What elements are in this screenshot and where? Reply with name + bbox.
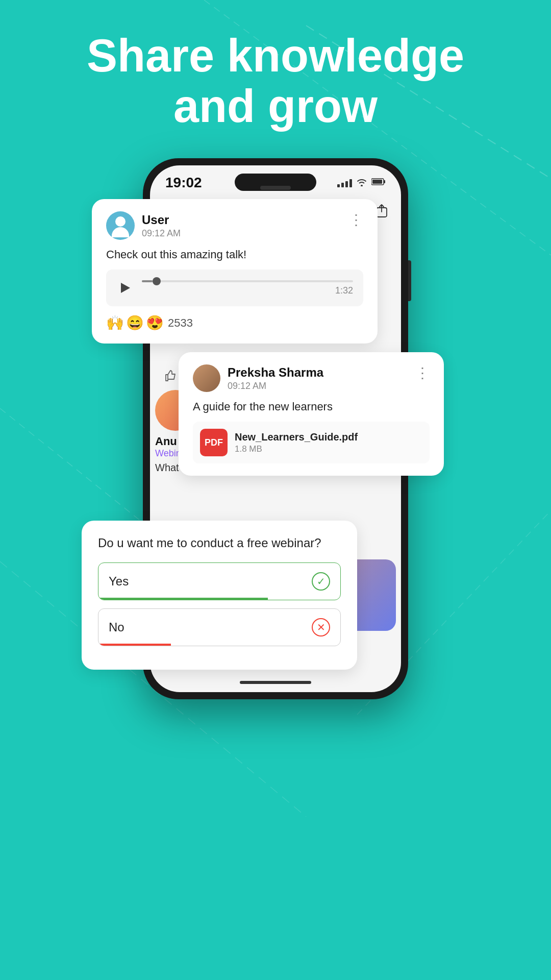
post-text: Check out this amazing talk! — [106, 248, 363, 261]
pdf-more-options-button[interactable]: ⋮ — [415, 364, 430, 381]
reaction-count: 2533 — [168, 316, 193, 330]
signal-icon — [337, 178, 352, 187]
poll-yes-check-icon: ✓ — [312, 572, 330, 591]
pdf-icon: PDF — [200, 429, 228, 456]
battery-icon — [371, 178, 386, 188]
pdf-file-info[interactable]: PDF New_Learners_Guide.pdf 1.8 MB — [193, 422, 430, 463]
phone-side-button — [408, 260, 411, 301]
play-button[interactable] — [116, 279, 135, 297]
emoji-1: 🙌 — [106, 314, 124, 331]
status-time: 19:02 — [165, 175, 202, 191]
more-options-button[interactable]: ⋮ — [349, 211, 363, 228]
status-icons — [337, 177, 386, 189]
user-post-time: 09:12 AM — [142, 228, 181, 239]
emoji-3: 😍 — [146, 314, 164, 331]
poll-option-yes-label: Yes — [109, 574, 129, 589]
pdf-card-header: Preksha Sharma 09:12 AM ⋮ — [193, 364, 430, 392]
svg-rect-7 — [372, 180, 382, 184]
pdf-filesize: 1.8 MB — [235, 444, 358, 454]
audio-track[interactable]: 1:32 — [142, 280, 353, 296]
page-headline: Share knowledge and grow — [0, 31, 551, 132]
poll-question: Do u want me to conduct a free webinar? — [98, 536, 341, 550]
home-indicator — [240, 681, 311, 684]
phone-mockup: 19:02 — [133, 158, 418, 740]
pdf-post-text: A guide for the new learners — [193, 400, 430, 413]
poll-card: Do u want me to conduct a free webinar? … — [82, 521, 357, 670]
svg-rect-6 — [384, 180, 385, 183]
poll-option-no-label: No — [109, 620, 124, 634]
pdf-filename: New_Learners_Guide.pdf — [235, 431, 358, 443]
poll-no-cross-icon: ✕ — [312, 618, 330, 636]
phone-notch — [235, 174, 316, 191]
user-name: User — [142, 213, 181, 227]
poll-option-yes[interactable]: Yes ✓ — [98, 562, 341, 600]
reactions: 🙌 😄 😍 2533 — [106, 314, 363, 331]
user-info: User 09:12 AM — [106, 211, 181, 240]
phone-speaker — [260, 186, 291, 190]
emoji-group: 🙌 😄 😍 — [106, 314, 164, 331]
poll-yes-bar — [98, 598, 268, 600]
preksha-name: Preksha Sharma — [228, 365, 323, 380]
preksha-post-time: 09:12 AM — [228, 381, 323, 391]
emoji-2: 😄 — [126, 314, 144, 331]
audio-progress-fill — [142, 280, 153, 282]
preksha-user-info: Preksha Sharma 09:12 AM — [193, 364, 323, 392]
preksha-avatar — [193, 364, 220, 392]
user-avatar — [106, 211, 135, 240]
audio-progress-bar — [142, 280, 353, 282]
poll-option-no[interactable]: No ✕ — [98, 608, 341, 646]
pdf-post-card: Preksha Sharma 09:12 AM ⋮ A guide for th… — [179, 352, 444, 476]
audio-player[interactable]: 1:32 — [106, 270, 363, 306]
user-post-card: User 09:12 AM ⋮ Check out this amazing t… — [92, 199, 378, 344]
poll-no-bar — [98, 644, 171, 646]
card-header: User 09:12 AM ⋮ — [106, 211, 363, 240]
audio-scrubber[interactable] — [153, 277, 161, 285]
play-icon — [121, 283, 130, 293]
audio-duration: 1:32 — [142, 285, 353, 296]
wifi-icon — [356, 177, 367, 189]
